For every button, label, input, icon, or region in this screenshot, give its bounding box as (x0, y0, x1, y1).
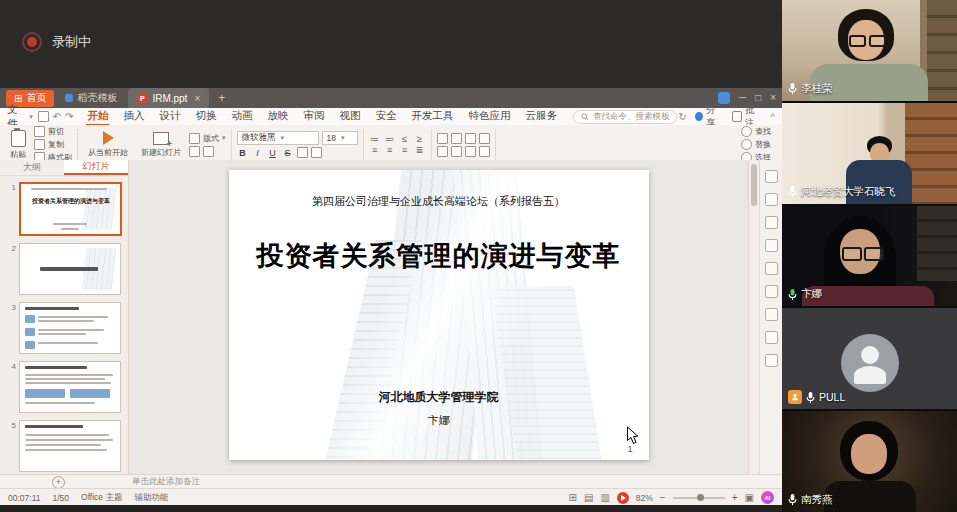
sync-icon[interactable]: ↻ (678, 111, 686, 122)
minimize-window-button[interactable]: ─ (739, 93, 746, 103)
undo-icon[interactable]: ↶ (53, 111, 61, 122)
number-list-icon[interactable]: ≕ (384, 135, 396, 144)
ai-assistant-button[interactable]: AI (761, 491, 774, 504)
tab-view[interactable]: 视图 (332, 108, 367, 125)
reset-icon (203, 146, 214, 157)
tab-special-apps[interactable]: 特色应用 (461, 108, 517, 125)
tab-design[interactable]: 设计 (152, 108, 187, 125)
slide-thumbnail-1[interactable]: 投资者关系管理的演进与变革 (19, 182, 122, 236)
play-from-current-button[interactable]: 从当前开始 (83, 127, 133, 162)
slide-thumbnail-3[interactable] (19, 302, 121, 354)
accessibility-status[interactable]: 辅助功能 (134, 492, 168, 504)
table-icon[interactable] (479, 133, 490, 144)
zoom-slider[interactable] (673, 497, 725, 499)
tab-home-ribbon[interactable]: 开始 (80, 108, 115, 125)
indent-decrease-icon[interactable]: ≤ (399, 135, 411, 144)
zoom-slider-knob[interactable] (697, 494, 704, 501)
normal-view-icon[interactable]: ⊞ (569, 493, 577, 503)
zoom-in-button[interactable]: + (732, 492, 738, 503)
transition-panel-icon[interactable] (765, 239, 778, 252)
close-window-button[interactable]: × (770, 93, 776, 103)
notes-panel-icon[interactable] (765, 262, 778, 275)
slide-sorter-view-icon[interactable]: ▤ (584, 493, 593, 503)
close-document-icon[interactable]: × (194, 93, 200, 104)
chevron-down-icon: ▾ (281, 134, 285, 142)
more-panel-icon[interactable] (765, 354, 778, 367)
new-slide-button[interactable]: 新建幻灯片 (136, 127, 186, 162)
fit-slide-icon[interactable]: ▣ (745, 493, 754, 503)
wps-docer-tab[interactable]: 稻壳模板 (59, 89, 123, 107)
tab-review[interactable]: 审阅 (296, 108, 331, 125)
tab-slideshow[interactable]: 放映 (260, 108, 295, 125)
slides-tab[interactable]: 幻灯片 (64, 160, 128, 175)
layout-button[interactable]: 版式▾ (189, 133, 226, 144)
section-button[interactable] (189, 146, 226, 157)
cut-button[interactable]: 剪切 (34, 126, 72, 137)
tab-animation[interactable]: 动画 (224, 108, 259, 125)
slide-thumbnail-4[interactable] (19, 361, 121, 413)
italic-button[interactable]: I (252, 148, 264, 158)
font-color-icon[interactable] (297, 147, 308, 158)
fill-color-icon[interactable] (437, 146, 448, 157)
indent-increase-icon[interactable]: ≥ (414, 135, 426, 144)
align-center-icon[interactable]: ≡ (384, 146, 396, 155)
participant-tile-2[interactable]: 河北经贸大学石晓飞 (782, 103, 957, 204)
slide-thumbnail-5[interactable] (19, 420, 121, 472)
collapse-ribbon-icon[interactable]: ^ (771, 111, 775, 122)
outline-color-icon[interactable] (451, 146, 462, 157)
copy-button[interactable]: 复制 (34, 139, 72, 150)
bullet-list-icon[interactable]: ≔ (369, 135, 381, 144)
replace-button[interactable]: 替换 (741, 139, 771, 150)
animation-panel-icon[interactable] (765, 193, 778, 206)
tab-insert[interactable]: 插入 (116, 108, 151, 125)
strikethrough-button[interactable]: S (282, 148, 294, 158)
comments-panel-icon[interactable] (765, 285, 778, 298)
effects-icon[interactable] (479, 146, 490, 157)
current-slide[interactable]: 第四届公司治理与企业成长高端论坛（系列报告五） 投资者关系管理的演进与变革 河北… (229, 170, 649, 460)
new-document-tab-button[interactable]: + (214, 91, 229, 105)
chevron-down-icon: ▾ (341, 134, 345, 142)
shape-icon[interactable] (451, 133, 462, 144)
outline-tab[interactable]: 大纲 (0, 160, 64, 175)
restore-window-button[interactable]: □ (755, 93, 761, 103)
reading-view-icon[interactable]: ▥ (600, 493, 609, 503)
scrollbar-thumb[interactable] (751, 164, 757, 206)
command-search-box[interactable]: 查找命令、搜索模板 (573, 110, 678, 124)
line-spacing-icon[interactable]: ≣ (414, 146, 426, 155)
user-avatar[interactable] (718, 92, 730, 104)
underline-button[interactable]: U (267, 148, 279, 158)
resource-panel-icon[interactable] (765, 308, 778, 321)
tab-cloud[interactable]: 云服务 (518, 108, 564, 125)
vertical-scrollbar[interactable] (748, 160, 759, 474)
find-button[interactable]: 查找 (741, 126, 771, 137)
font-name-select[interactable]: 微软雅黑▾ (237, 131, 319, 145)
highlight-icon[interactable] (311, 147, 322, 158)
participant-tile-1[interactable]: 李桂荣 (782, 0, 957, 101)
notes-bar[interactable]: + 单击此处添加备注 (0, 474, 782, 489)
tab-devtools[interactable]: 开发工具 (404, 108, 460, 125)
arrange-icon[interactable] (465, 146, 476, 157)
participant-tile-4[interactable]: PULL (782, 308, 957, 409)
design-panel-icon[interactable] (765, 216, 778, 229)
picture-icon[interactable] (465, 133, 476, 144)
slide-thumbnail-2[interactable] (19, 243, 121, 295)
paste-button[interactable]: 粘贴 (5, 127, 31, 162)
font-size-select[interactable]: 18▾ (322, 131, 358, 145)
participant-tile-5[interactable]: 南秀燕 (782, 411, 957, 512)
redo-icon[interactable]: ↷ (65, 111, 73, 122)
align-right-icon[interactable]: ≡ (399, 146, 411, 155)
properties-panel-icon[interactable] (765, 170, 778, 183)
participant-tile-3[interactable]: 卞娜 (782, 206, 957, 307)
save-icon[interactable] (38, 111, 49, 122)
slideshow-play-button[interactable] (617, 492, 629, 504)
zoom-out-button[interactable]: − (660, 492, 666, 503)
notes-placeholder[interactable]: 单击此处添加备注 (132, 476, 200, 488)
help-panel-icon[interactable] (765, 331, 778, 344)
align-left-icon[interactable]: ≡ (369, 146, 381, 155)
theme-name[interactable]: Office 主题 (81, 492, 122, 504)
wps-document-tab[interactable]: P IRM.ppt × (128, 88, 209, 108)
bold-button[interactable]: B (237, 148, 249, 158)
tab-security[interactable]: 安全 (368, 108, 403, 125)
text-box-icon[interactable] (437, 133, 448, 144)
tab-transition[interactable]: 切换 (188, 108, 223, 125)
